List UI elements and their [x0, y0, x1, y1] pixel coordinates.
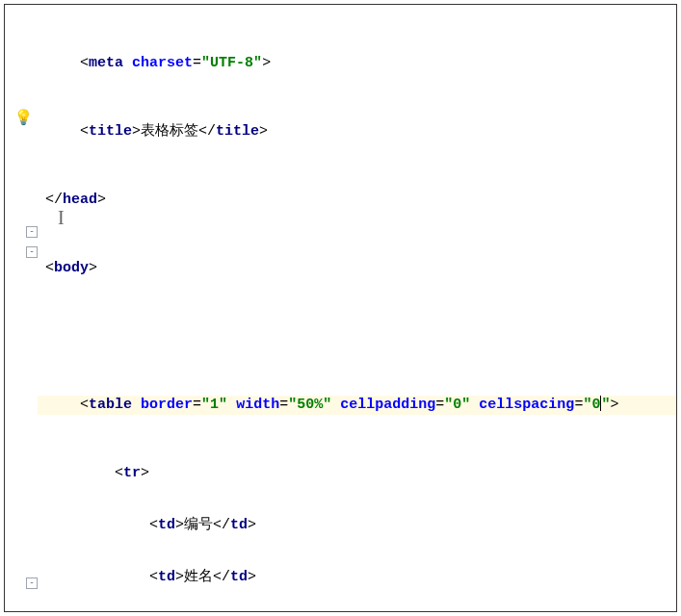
code-line[interactable]	[38, 327, 676, 346]
lightbulb-icon[interactable]: 💡	[14, 109, 33, 127]
code-line[interactable]: <tr>	[38, 464, 676, 483]
fold-toggle-icon[interactable]: -	[26, 226, 38, 238]
code-line[interactable]: </head>	[38, 191, 676, 210]
gutter: 💡 - - -	[5, 5, 38, 611]
code-line[interactable]: <td>姓名</td>	[38, 568, 676, 587]
caret	[600, 396, 601, 411]
code-line[interactable]: <td>编号</td>	[38, 516, 676, 535]
fold-toggle-icon[interactable]: -	[26, 578, 38, 589]
fold-toggle-icon[interactable]: -	[26, 246, 38, 258]
code-editor[interactable]: <meta charset="UTF-8"> <title>表格标签</titl…	[38, 5, 676, 611]
code-line[interactable]: <body>	[38, 259, 676, 278]
editor-frame: 💡 - - - I <meta charset="UTF-8"> <title>…	[4, 4, 677, 612]
code-line[interactable]: <title>表格标签</title>	[38, 122, 676, 141]
code-line-current[interactable]: <table border="1" width="50%" cellpaddin…	[38, 396, 676, 415]
code-line[interactable]: <meta charset="UTF-8">	[38, 54, 676, 73]
